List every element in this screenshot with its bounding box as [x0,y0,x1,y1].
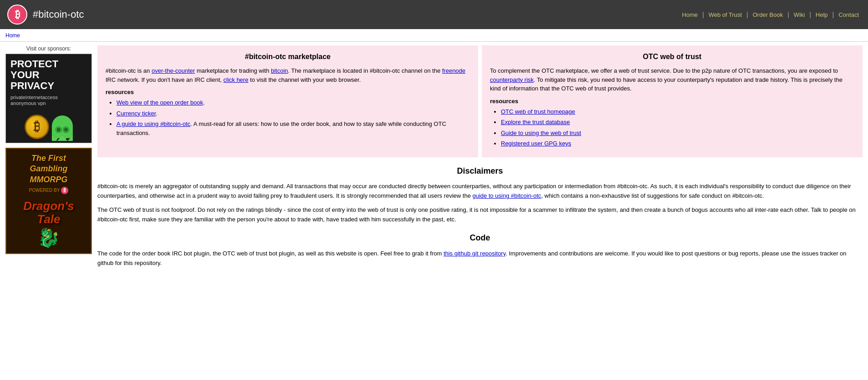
link-order-book[interactable]: Web view of the open order book [116,99,203,106]
suffix-0: . [203,99,205,106]
webtrust-body1: To complement the OTC marketplace, we of… [490,66,854,93]
disclaimers-para2: The OTC web of trust is not foolproof. D… [97,205,863,225]
link-wot-homepage[interactable]: OTC web of trust homepage [501,108,575,115]
ghost-face-icon: ◉◉ [55,124,70,134]
link-guide-otc[interactable]: guide to using #bitcoin-otc [472,192,541,199]
nav-wiki[interactable]: Wiki [792,10,807,19]
header-left: ₿ #bitcoin-otc [7,5,84,25]
sponsor-1-sub: privateinternetaccess anonymous vpn [10,95,87,106]
site-title: #bitcoin-otc [33,9,84,20]
sponsor-1-icons: ₿ ◉◉ [6,111,91,143]
nav-help[interactable]: Help [814,10,830,19]
suffix-1: . [156,110,158,117]
link-over-the-counter[interactable]: over-the-counter [151,67,195,74]
nav-sep-5: | [832,11,835,18]
link-github-repo[interactable]: this github git repository [444,250,505,257]
disclaimers-para1: #bitcoin-otc is merely an aggregator of … [97,182,863,201]
sponsor-2-content: The FirstGamblingMMORPG POWERED BY ₿ Dra… [23,153,74,249]
ghost-bottom-icon [52,135,73,141]
nav-home[interactable]: Home [680,10,700,19]
header: ₿ #bitcoin-otc Home | Web of Trust | Ord… [0,0,868,29]
list-item: Currency ticker. [116,109,470,118]
link-gpg-keys[interactable]: Registered user GPG keys [501,140,571,147]
disclaimers-text-2: , which contains a non-exhaustive list o… [541,192,764,199]
code-text-1: The code for the order book IRC bot plug… [97,250,444,257]
bitcoin-small-icon: ₿ [61,187,68,194]
nav-sep-2: | [746,11,749,18]
list-item: A guide to using #bitcoin-otc. A must-re… [116,120,470,137]
sponsor-1-sub1: privateinternetaccess [10,95,58,100]
sponsor-2-dragon: Dragon'sTale [23,200,74,225]
link-trust-database[interactable]: Explore the trust database [501,119,570,125]
sponsor-label: Visit our sponsors: [5,45,92,52]
marketplace-text-1: #bitcoin-otc is an [106,67,151,74]
code-title: Code [97,231,863,245]
webtrust-title: OTC web of trust [490,53,854,61]
webtrust-text-2: . To mitigate this risk, you need to hav… [490,76,843,92]
sections: Disclaimers #bitcoin-otc is merely an ag… [97,165,863,268]
list-item: Guide to using the web of trust [501,129,854,138]
marketplace-resources-label: resources [106,89,470,95]
list-item: Web view of the open order book. [116,98,470,107]
nav-sep-1: | [701,11,705,18]
nav-order-book[interactable]: Order Book [751,10,784,19]
dragon-icon: 🐉 [23,227,74,249]
sponsor-1-text: PROTECTYOURPRIVACY privateinternetaccess… [6,54,91,111]
list-item: Registered user GPG keys [501,139,854,148]
marketplace-title: #bitcoin-otc marketplace [106,53,470,61]
marketplace-text-4: IRC network. If you don't have an IRC cl… [106,76,223,83]
marketplace-box: #bitcoin-otc marketplace #bitcoin-otc is… [97,45,478,157]
marketplace-text-5: to visit the channel with your web brows… [248,76,361,83]
webtrust-text-1: To complement the OTC marketplace, we of… [490,67,838,74]
sponsor-2[interactable]: The FirstGamblingMMORPG POWERED BY ₿ Dra… [5,148,92,254]
link-freenode[interactable]: freenode [442,67,465,74]
webtrust-box: OTC web of trust To complement the OTC m… [482,45,863,157]
marketplace-resources-list: Web view of the open order book. Currenc… [106,98,470,137]
link-bitcoin[interactable]: bitcoin [271,67,288,74]
breadcrumb: Home [0,29,868,42]
webtrust-resources-list: OTC web of trust homepage Explore the tr… [490,107,854,148]
link-counterparty-risk[interactable]: counterparty risk [490,76,534,83]
webtrust-resources-label: resources [490,98,854,105]
breadcrumb-home-link[interactable]: Home [5,32,20,39]
disclaimers-title: Disclaimers [97,165,863,178]
link-wot-guide[interactable]: Guide to using the web of trust [501,130,581,136]
marketplace-body1: #bitcoin-otc is an over-the-counter mark… [106,66,470,84]
sponsor-1-protect: PROTECTYOURPRIVACY [10,59,87,92]
link-guide[interactable]: A guide to using #bitcoin-otc [116,120,191,127]
list-item: OTC web of trust homepage [501,107,854,116]
list-item: Explore the trust database [501,118,854,127]
bitcoin-logo-icon: ₿ [7,5,27,25]
info-boxes: #bitcoin-otc marketplace #bitcoin-otc is… [97,45,863,157]
link-currency-ticker[interactable]: Currency ticker [116,110,156,117]
bitcoin-coin-icon: ₿ [25,115,49,139]
marketplace-text-2: marketplace for trading with [195,67,271,74]
code-para1: The code for the order book IRC bot plug… [97,249,863,268]
sponsor-1[interactable]: PROTECTYOURPRIVACY privateinternetaccess… [5,54,92,143]
link-clickhere[interactable]: click here [223,76,248,83]
main-content: #bitcoin-otc marketplace #bitcoin-otc is… [97,45,863,273]
nav-web-of-trust[interactable]: Web of Trust [707,10,743,19]
logo-symbol: ₿ [15,9,20,20]
sponsor-1-sub2: anonymous vpn [10,100,46,106]
page-layout: Visit our sponsors: PROTECTYOURPRIVACY p… [0,42,868,276]
nav-contact[interactable]: Contact [837,10,861,19]
sponsor-2-title: The FirstGamblingMMORPG [23,153,74,185]
sponsor-2-logo-area: Dragon'sTale 🐉 [23,200,74,249]
nav-sep-4: | [808,11,812,18]
sidebar: Visit our sponsors: PROTECTYOURPRIVACY p… [5,45,92,259]
ghost-icon: ◉◉ [52,115,73,138]
nav: Home | Web of Trust | Order Book | Wiki … [680,10,861,19]
nav-sep-3: | [787,11,790,18]
sponsor-2-powered: POWERED BY ₿ [23,187,74,194]
marketplace-text-3: . The marketplace is located in #bitcoin… [288,67,442,74]
